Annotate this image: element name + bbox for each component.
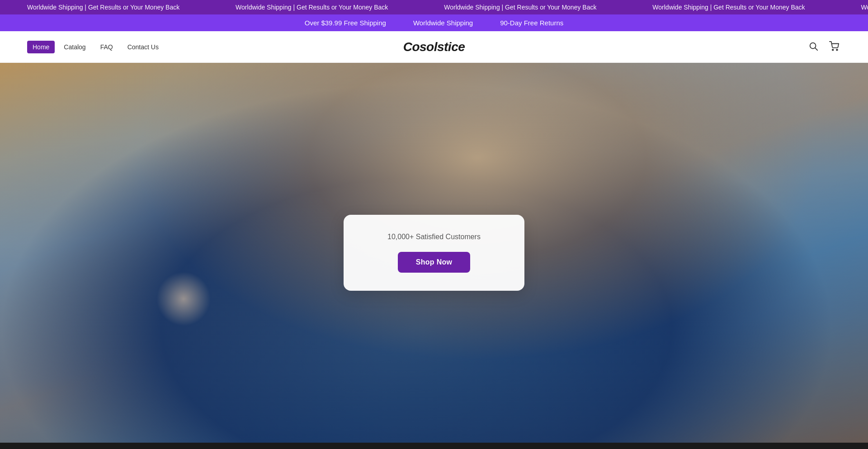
svg-line-1	[815, 48, 817, 50]
nav-icons	[807, 39, 841, 54]
hero-section: 10,000+ Satisfied Customers Shop Now	[0, 63, 868, 443]
navbar: Home Catalog FAQ Contact Us Cosolstice	[0, 31, 868, 63]
nav-home[interactable]: Home	[27, 41, 55, 53]
nav-catalog[interactable]: Catalog	[58, 41, 91, 53]
cart-button[interactable]	[827, 39, 841, 54]
ticker-item: Worldwide Shipping | Get Results or Your…	[652, 4, 805, 11]
ticker-inner: Worldwide Shipping | Get Results or Your…	[0, 4, 868, 11]
svg-point-2	[832, 49, 834, 51]
ticker-item: Worldwide Shipping | Get Results or Your…	[861, 4, 868, 11]
nav-links: Home Catalog FAQ Contact Us	[27, 41, 164, 53]
promo-item-worldwide: Worldwide Shipping	[413, 19, 473, 27]
nav-contact[interactable]: Contact Us	[122, 41, 164, 53]
top-ticker-bar: Worldwide Shipping | Get Results or Your…	[0, 0, 868, 14]
ticker-item: Worldwide Shipping | Get Results or Your…	[27, 4, 179, 11]
shop-now-button[interactable]: Shop Now	[398, 252, 471, 273]
cart-icon	[829, 41, 839, 51]
promo-item-shipping: Over $39.99 Free Shipping	[305, 19, 386, 27]
nav-faq[interactable]: FAQ	[95, 41, 118, 53]
hero-subtitle: 10,000+ Satisfied Customers	[371, 233, 497, 241]
svg-point-3	[836, 49, 838, 51]
ticker-item: Worldwide Shipping | Get Results or Your…	[444, 4, 596, 11]
promo-bar: Over $39.99 Free Shipping Worldwide Ship…	[0, 14, 868, 31]
hero-ring-detail	[156, 272, 211, 326]
promo-item-returns: 90-Day Free Returns	[500, 19, 563, 27]
search-icon	[808, 41, 818, 51]
search-button[interactable]	[807, 39, 820, 54]
bottom-ticker-bar: GET RESULTS OR YOUR MONEY BACK GET RESUL…	[0, 443, 868, 449]
ticker-item: Worldwide Shipping | Get Results or Your…	[236, 4, 388, 11]
hero-card: 10,000+ Satisfied Customers Shop Now	[344, 215, 524, 291]
brand-logo: Cosolstice	[403, 40, 465, 54]
